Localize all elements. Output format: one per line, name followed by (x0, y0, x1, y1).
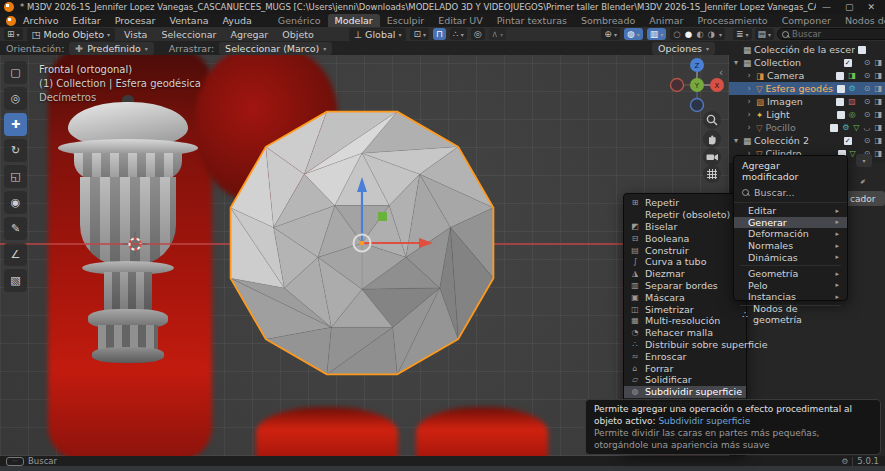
menubar-item[interactable]: Ayuda (216, 15, 259, 26)
modifier-category-item[interactable]: Instancias ▸ (734, 291, 847, 303)
eye-icon[interactable]: ⊙ (864, 136, 871, 145)
modifier-category-item[interactable]: Dinámicas ▸ (734, 251, 847, 263)
expander-icon[interactable]: › (745, 110, 753, 119)
orientation-preset-dropdown[interactable]: ✚ Predefinido ▾ (69, 42, 153, 55)
object-name[interactable]: Colección de la escena (754, 44, 855, 55)
outliner-row[interactable]: › ▨ Imagen ▨ ⊙ ◨ (729, 95, 885, 108)
workspace-tab[interactable]: Nodos de geometría (838, 14, 885, 27)
add-modifier-button-partial[interactable]: cador (846, 191, 885, 206)
workspace-tab[interactable]: Modelar (328, 14, 380, 27)
modifier-category-item[interactable]: Editar ▸ (734, 205, 847, 217)
expander-icon[interactable]: › (745, 123, 753, 132)
workspace-tab[interactable]: Procesamiento (690, 14, 774, 27)
workspace-tab[interactable]: Componer (775, 14, 838, 27)
camera-restrict-icon[interactable]: ◨ (874, 84, 882, 93)
menubar-item[interactable]: Ventana (162, 15, 215, 26)
modifier-menu-item[interactable]: ⊟ Booleana (624, 232, 746, 244)
expander-icon[interactable]: › (745, 84, 753, 93)
expander-icon[interactable]: › (745, 71, 753, 80)
viewport-menu-item[interactable]: Objeto (277, 29, 319, 40)
falloff-dropdown[interactable]: ∧▾ (489, 28, 507, 40)
geometry-nodes-item[interactable]: ∴ Nodos de geometría (734, 308, 847, 321)
modifier-menu-item[interactable]: ◮ Diezmar (624, 268, 746, 280)
tool-button[interactable]: ✚ (4, 113, 27, 136)
modifier-menu-item[interactable]: ▤ Construir (624, 244, 746, 256)
modifier-menu-item[interactable]: ∫ Curva a tubo (624, 256, 746, 268)
eye-icon[interactable]: ⊙ (864, 97, 871, 106)
collection-checkbox[interactable] (837, 111, 845, 119)
eye-icon[interactable]: ◡ (863, 123, 870, 132)
workspace-tab[interactable]: Editar UV (431, 14, 490, 27)
workspace-tab[interactable]: Esculpir (380, 14, 431, 27)
minimize-button[interactable]: — (822, 2, 831, 12)
expander-icon[interactable]: ▾ (732, 136, 740, 145)
sidebar-collapse-arrow[interactable]: ‹ (719, 67, 723, 78)
collection-checkbox[interactable]: ✓ (844, 59, 852, 67)
pivot-dropdown[interactable]: ⊡▾ (410, 28, 429, 40)
modifier-menu-item[interactable]: Repetir (obsoleto) (624, 209, 746, 221)
workspace-tab[interactable]: Genérico (271, 14, 328, 27)
modifier-category-item[interactable]: Geometría ▸ (734, 268, 847, 280)
proportional-edit-toggle[interactable]: ◎ (471, 28, 485, 40)
viewport-menu-item[interactable]: Seleccionar (156, 29, 221, 40)
modifier-category-item[interactable]: Normales ▸ (734, 240, 847, 252)
modifier-menu-item[interactable]: ◩ Biselar (624, 221, 746, 233)
modifier-category-item[interactable]: Generar ▸ (734, 217, 847, 229)
modifier-category-item[interactable]: Deformación ▸ (734, 228, 847, 240)
outliner-search-input[interactable] (777, 28, 885, 40)
object-name[interactable]: Light (766, 109, 834, 120)
options-dropdown[interactable]: Opciones ▾ (652, 42, 715, 55)
object-name[interactable]: Camera (767, 70, 833, 81)
modifier-menu-item[interactable]: ≈ Enroscar (624, 350, 746, 362)
viewport-menu-item[interactable]: Vista (119, 29, 152, 40)
viewport-3d[interactable]: Frontal (ortogonal) (1) Collection | Esf… (0, 55, 729, 456)
shading-material-button[interactable]: ◐ (696, 29, 703, 39)
object-name[interactable]: Collection (754, 57, 841, 68)
collection-checkbox[interactable]: ✓ (844, 137, 852, 145)
collection-checkbox[interactable] (858, 46, 866, 54)
collection-checkbox[interactable] (837, 85, 845, 93)
camera-restrict-icon[interactable]: ◨ (874, 110, 882, 119)
modifier-menu-item[interactable]: ▥ Separar bordes (624, 280, 746, 292)
tool-button[interactable]: ▢ (4, 61, 27, 84)
object-name[interactable]: Imagen (767, 96, 833, 107)
snap-toggle[interactable]: ⊓ (433, 28, 446, 40)
menubar-item[interactable]: Editar (66, 15, 108, 26)
collection-checkbox[interactable] (836, 98, 844, 106)
camera-restrict-icon[interactable]: ◨ (874, 97, 882, 106)
camera-restrict-icon[interactable]: ◨ (874, 58, 882, 67)
modifier-menu-item[interactable]: ⌂ Forrar (624, 362, 746, 374)
eye-icon[interactable]: ⊙ (864, 110, 871, 119)
perspective-toggle-button[interactable] (703, 165, 721, 183)
tool-button[interactable]: ◎ (4, 87, 27, 110)
workspace-tab[interactable]: Pintar texturas (490, 14, 574, 27)
pan-button[interactable] (703, 130, 721, 148)
eye-icon[interactable]: ⊙ (864, 84, 871, 93)
modifier-menu-item[interactable]: ⊞ Repetir (624, 197, 746, 209)
outliner-row[interactable]: › ▽ Esfera geodésica ⚙ ⊙ ◨ (729, 82, 885, 95)
tool-button[interactable]: ◱ (4, 165, 27, 188)
tool-button[interactable]: ▧ (4, 269, 27, 292)
properties-header-dropdown[interactable]: ▾ (856, 154, 872, 167)
menubar-item[interactable]: Procesar (108, 15, 163, 26)
expander-icon[interactable]: ▾ (732, 58, 740, 67)
camera-restrict-icon[interactable]: ◨ (874, 123, 882, 132)
camera-restrict-icon[interactable]: ◨ (874, 71, 882, 80)
modifier-menu-item[interactable]: ▣ Máscara (624, 291, 746, 303)
shading-rendered-button[interactable]: ◑ (708, 29, 715, 39)
outliner-display-mode[interactable]: ▤▾ (755, 28, 775, 40)
object-name[interactable]: Colección 2 (754, 135, 841, 146)
shading-solid-button[interactable]: ● (685, 29, 692, 39)
drag-action-dropdown[interactable]: Seleccionar (Marco) ▾ (219, 42, 332, 55)
object-name[interactable]: Esfera geodésica (766, 83, 834, 94)
modifier-menu-item[interactable]: ◔ Rehacer malla (624, 327, 746, 339)
tool-button[interactable]: ↻ (4, 139, 27, 162)
eye-icon[interactable]: ⊙ (864, 71, 871, 80)
outliner-row[interactable]: ▾ ▦ Collection ✓ ⊙ ◨ (729, 56, 885, 69)
workspace-tab[interactable]: Sombreado (574, 14, 642, 27)
collection-checkbox[interactable] (836, 72, 844, 80)
show-overlays-dropdown[interactable]: ◍▾ (624, 28, 643, 40)
collection-checkbox[interactable] (830, 124, 838, 132)
modifier-menu-item[interactable]: ∴ Distribuir sobre superficie (624, 339, 746, 351)
tool-button[interactable]: ∠ (4, 243, 27, 266)
